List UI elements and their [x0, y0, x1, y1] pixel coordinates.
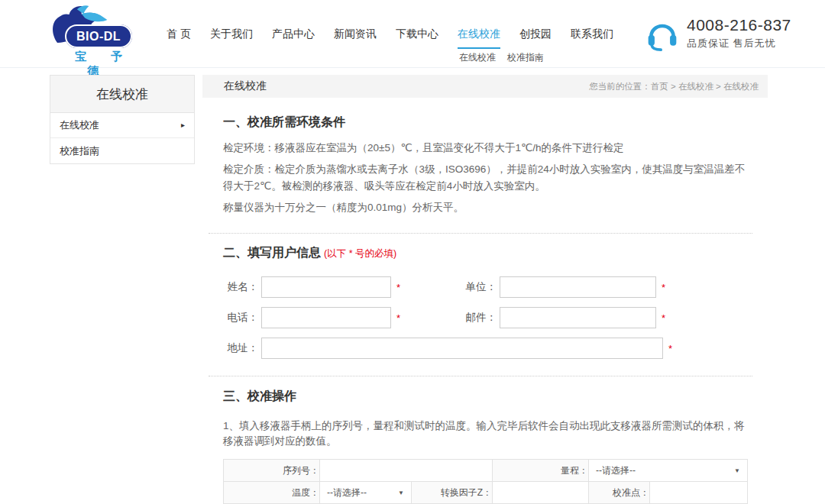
env-line-2: 检定介质：检定介质为蒸馏水或去离子水（3级，ISO3696），并提前24小时放入…: [223, 161, 747, 195]
sub-nav: 在线校准 校准指南: [459, 51, 544, 64]
sidebar: 在线校准 在线校准 ▸ 校准指南: [50, 75, 195, 164]
required-star: *: [396, 312, 400, 324]
headset-icon: [645, 16, 679, 53]
subnav-item-calibration-guide[interactable]: 校准指南: [507, 51, 544, 64]
hotline-number: 4008-216-837: [687, 16, 791, 34]
caret-down-icon: ▼: [734, 467, 740, 474]
sidebar-item-label: 在线校准: [60, 113, 99, 137]
name-label: 姓名：: [223, 280, 258, 294]
main-content: 在线校准 您当前的位置：首页 > 在线校准 > 在线校准 一、校准所需环境条件 …: [202, 75, 768, 504]
sidebar-title: 在线校准: [50, 76, 194, 113]
logo[interactable]: BIO-DL 宝 予 德: [48, 3, 163, 66]
temperature-select-value: --请选择--: [327, 486, 367, 499]
required-note: (以下 * 号的必填): [324, 248, 396, 259]
section2-title-text: 二、填写用户信息: [223, 246, 321, 259]
range-select-value: --请选择--: [596, 464, 636, 477]
section1-title: 一、校准所需环境条件: [223, 115, 747, 131]
section2-title: 二、填写用户信息(以下 * 号的必填): [223, 245, 747, 261]
range-select[interactable]: --请选择-- ▼: [589, 460, 747, 481]
section-user-info: 二、填写用户信息(以下 * 号的必填) 姓名： * 单位： *: [223, 245, 747, 359]
required-star: *: [668, 343, 672, 354]
contact-block: 4008-216-837 品质保证 售后无忧: [645, 16, 791, 53]
phone-label: 电话：: [223, 311, 258, 325]
range-label: 量程：: [493, 460, 589, 482]
chevron-right-icon: ▸: [181, 113, 185, 137]
nav-item-contact[interactable]: 联系我们: [571, 27, 613, 49]
section3-title: 三、校准操作: [223, 389, 747, 405]
serial-label: 序列号：: [224, 460, 320, 482]
section-environment: 一、校准所需环境条件 检定环境：移液器应在室温为（20±5）℃，且室温变化不得大…: [223, 115, 747, 216]
main-nav: 首 页 关于我们 产品中心 新闻资讯 下载中心 在线校准 创投园 联系我们: [167, 27, 613, 49]
nav-item-home[interactable]: 首 页: [167, 27, 191, 49]
calibration-point-input[interactable]: [650, 483, 747, 503]
serial-input[interactable]: [320, 460, 492, 481]
calibration-point-label: 校准点：: [589, 482, 650, 504]
caret-down-icon: ▼: [398, 489, 404, 496]
email-label: 邮件：: [461, 311, 497, 325]
hotline-slogan: 品质保证 售后无忧: [687, 37, 791, 50]
required-star: *: [662, 282, 665, 293]
temperature-label: 温度：: [224, 482, 320, 504]
logo-pill: BIO-DL: [65, 24, 132, 48]
user-info-form: 姓名： * 单位： * 电话： *: [223, 276, 747, 359]
nav-item-products[interactable]: 产品中心: [272, 27, 315, 49]
breadcrumb[interactable]: 您当前的位置：首页 > 在线校准 > 在线校准: [589, 81, 759, 92]
section-calibration-operation: 三、校准操作 1、填入移液器手柄上的序列号，量程和测试时的温度。输入完毕后软件会…: [223, 389, 747, 504]
calibration-table: 序列号： 量程： --请选择-- ▼ 温度： --请选择--: [223, 459, 748, 504]
sidebar-item-label: 校准指南: [60, 139, 99, 163]
conversion-factor-input[interactable]: [493, 483, 588, 503]
dotted-divider: [209, 233, 752, 234]
company-input[interactable]: [500, 276, 656, 298]
nav-item-venture-park[interactable]: 创投园: [519, 27, 552, 49]
page-title: 在线校准: [224, 79, 267, 93]
address-input[interactable]: [261, 338, 663, 359]
temperature-select[interactable]: --请选择-- ▼: [320, 483, 411, 503]
address-label: 地址：: [223, 341, 258, 355]
sidebar-item-calibration-guide[interactable]: 校准指南: [50, 138, 194, 163]
nav-item-online-calibration[interactable]: 在线校准: [458, 27, 500, 49]
phone-input[interactable]: [261, 307, 391, 328]
site-header: BIO-DL 宝 予 德 首 页 关于我们 产品中心 新闻资讯 下载中心 在线校…: [0, 0, 825, 68]
env-line-1: 检定环境：移液器应在室温为（20±5）℃，且室温变化不得大于1℃/h的条件下进行…: [223, 140, 747, 157]
brand-name: BIO-DL: [76, 30, 121, 44]
nav-item-news[interactable]: 新闻资讯: [334, 27, 377, 49]
required-star: *: [662, 312, 665, 324]
required-star: *: [396, 282, 400, 293]
nav-item-about[interactable]: 关于我们: [210, 27, 253, 49]
company-label: 单位：: [461, 280, 497, 294]
conversion-factor-label: 转换因子Z：: [412, 482, 493, 504]
name-input[interactable]: [261, 276, 391, 298]
subnav-item-online-calibration[interactable]: 在线校准: [459, 51, 496, 64]
nav-item-downloads[interactable]: 下载中心: [396, 27, 438, 49]
content-header-bar: 在线校准 您当前的位置：首页 > 在线校准 > 在线校准: [202, 75, 768, 98]
email-input[interactable]: [500, 307, 656, 328]
sidebar-item-online-calibration[interactable]: 在线校准 ▸: [50, 113, 194, 138]
dotted-divider: [209, 376, 752, 376]
step-1-text: 1、填入移液器手柄上的序列号，量程和测试时的温度。输入完毕后软件会自动出现此支移…: [223, 418, 747, 449]
env-line-3: 称量仪器为十万分之一（精度为0.01mg）分析天平。: [223, 199, 747, 216]
